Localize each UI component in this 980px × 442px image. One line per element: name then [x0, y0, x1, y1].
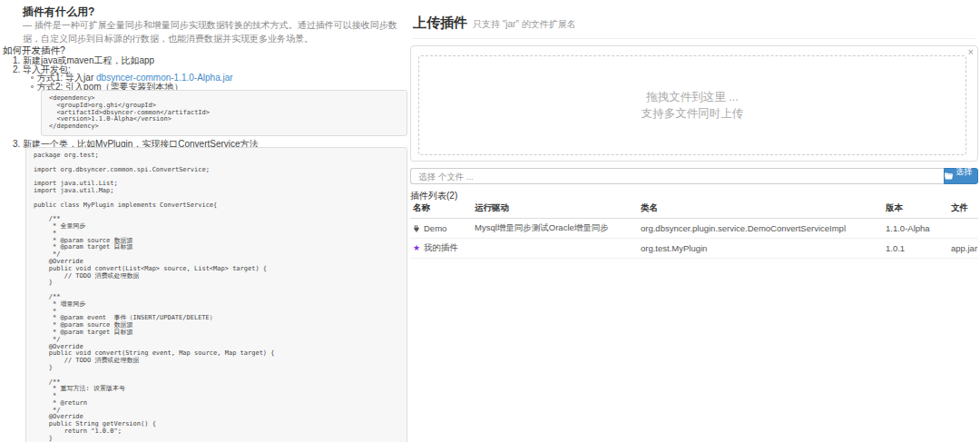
plugin-class: org.dbsyncer.plugin.service.DemoConvertS…	[638, 219, 883, 239]
java-code-block: package org.test; import org.dbsyncer.co…	[25, 147, 407, 442]
browse-button-label: 选择 ...	[956, 166, 977, 187]
star-icon: ★	[413, 244, 420, 252]
plugin-version: 1.0.1	[883, 239, 948, 259]
col-header-name: 名称	[410, 199, 472, 219]
plugin-name: 我的插件	[424, 242, 458, 254]
upload-title-text: 上传插件	[413, 15, 467, 30]
col-header-driver: 运行驱动	[472, 199, 638, 219]
bullet-icon	[31, 76, 34, 79]
plugin-table: 名称 运行驱动 类名 版本 文件 Demo Mysql增量同步测试Oracle增…	[410, 199, 978, 259]
file-caption-input[interactable]: 选择 个文件 ...	[410, 168, 944, 184]
close-icon[interactable]: ×	[968, 46, 974, 57]
drop-zone-line1: 拖拽文件到这里 ...	[646, 89, 738, 105]
col-header-file: 文件	[948, 199, 978, 219]
upload-subtitle: 只支持 "jar" 的文件扩展名	[473, 19, 576, 29]
file-input-group: 选择 个文件 ... 选择 ...	[410, 168, 978, 184]
col-header-class: 类名	[638, 199, 883, 219]
plugin-version: 1.1.0-Alpha	[883, 219, 948, 239]
plugin-class: org.test.MyPlugin	[638, 239, 883, 259]
drop-zone-line2: 支持多文件同时上传	[642, 105, 744, 122]
file-drop-zone[interactable]: 拖拽文件到这里 ... 支持多文件同时上传	[418, 55, 966, 155]
intro-text: — 插件是一种可扩展全量同步和增量同步实现数据转换的技术方式。通过插件可以接收同…	[23, 19, 407, 45]
bullet-icon	[31, 85, 34, 88]
plugin-name: Demo	[424, 223, 446, 233]
table-header-row: 名称 运行驱动 类名 版本 文件	[410, 199, 978, 219]
title-divider	[413, 38, 975, 39]
plugin-driver: Mysql增量同步测试Oracle增量同步	[472, 219, 638, 239]
folder-icon	[945, 172, 953, 180]
table-row[interactable]: ★ 我的插件 org.test.MyPlugin 1.0.1 app.jar	[410, 239, 978, 259]
intro-title: 插件有什么用?	[23, 5, 94, 20]
plugin-driver	[472, 239, 638, 259]
plugin-page: 插件有什么用? — 插件是一种可扩展全量同步和增量同步实现数据转换的技术方式。通…	[0, 0, 980, 442]
table-row[interactable]: Demo Mysql增量同步测试Oracle增量同步 org.dbsyncer.…	[410, 219, 978, 239]
plug-icon	[413, 225, 420, 232]
col-header-version: 版本	[883, 199, 948, 219]
browse-button[interactable]: 选择 ...	[944, 168, 978, 184]
upload-section-title: 上传插件只支持 "jar" 的文件扩展名	[413, 15, 576, 32]
plugin-file: app.jar	[948, 239, 978, 259]
pom-code-block: <dependency> <groupId>org.ghi</groupId> …	[41, 90, 407, 136]
upload-preview-card: × 拖拽文件到这里 ... 支持多文件同时上传	[410, 45, 978, 162]
plugin-file	[948, 219, 978, 239]
